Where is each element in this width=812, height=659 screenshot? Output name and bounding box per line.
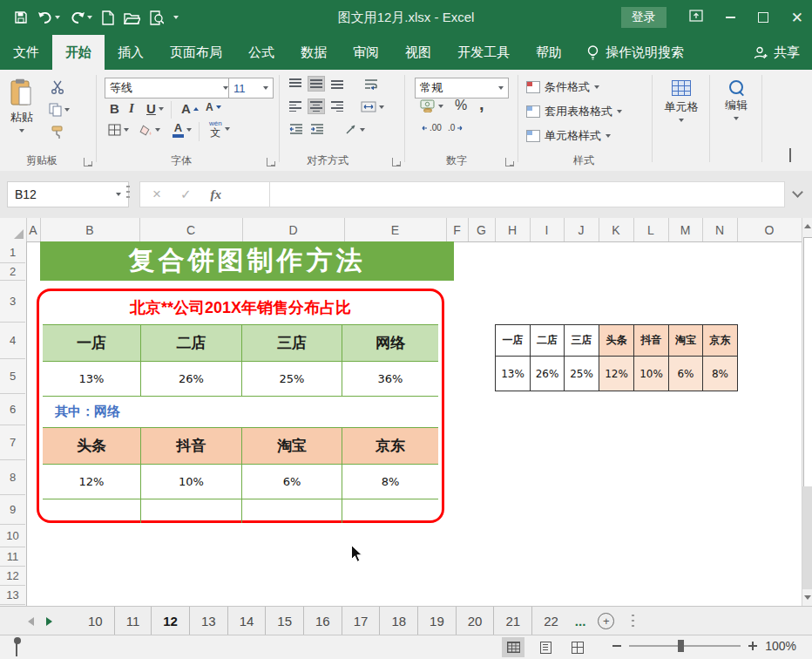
- column-header[interactable]: C: [139, 218, 243, 241]
- alignment-dialog-launcher-icon[interactable]: [392, 158, 401, 166]
- column-header[interactable]: H: [495, 218, 531, 241]
- clipboard-dialog-launcher-icon[interactable]: [84, 158, 92, 166]
- cells-button[interactable]: 单元格: [659, 80, 704, 122]
- enter-icon[interactable]: ✓: [180, 187, 192, 202]
- sheet-tabs-overflow[interactable]: ...: [570, 614, 592, 628]
- vertical-scrollbar[interactable]: [802, 218, 812, 606]
- select-all-corner[interactable]: [0, 218, 27, 241]
- table-cell[interactable]: 25%: [565, 357, 599, 391]
- ribbon-display-options-icon[interactable]: [689, 10, 703, 25]
- row-header[interactable]: 12: [0, 567, 25, 586]
- row-header[interactable]: 11: [0, 547, 25, 567]
- undo-button[interactable]: [37, 11, 60, 24]
- zoom-slider[interactable]: [629, 645, 741, 647]
- center-button[interactable]: [308, 99, 324, 113]
- vertical-scrollbar-track[interactable]: [802, 486, 812, 589]
- align-right-button[interactable]: [331, 101, 343, 112]
- sheet-tab[interactable]: 21: [493, 607, 531, 635]
- table-cell[interactable]: 京东: [342, 428, 438, 464]
- table-title[interactable]: 北京**公司201X年销售分布占比: [39, 291, 442, 324]
- row-header[interactable]: 1: [0, 241, 25, 263]
- orientation-button[interactable]: [345, 124, 365, 135]
- formula-bar-handle[interactable]: [126, 186, 130, 201]
- tab-data[interactable]: 数据: [288, 35, 340, 70]
- accounting-format-button[interactable]: [420, 99, 443, 112]
- table-cell[interactable]: 三店: [565, 325, 599, 357]
- table-cell-empty[interactable]: [140, 499, 241, 523]
- table-cell[interactable]: 13%: [43, 362, 140, 396]
- row-header[interactable]: 9: [0, 495, 25, 525]
- sheet-tab[interactable]: 20: [456, 607, 494, 635]
- row-header[interactable]: 4: [0, 323, 25, 359]
- column-header[interactable]: O: [737, 218, 802, 241]
- cells-dropdown-icon[interactable]: [679, 119, 684, 122]
- sheet-tab[interactable]: 15: [265, 607, 303, 635]
- table-cell[interactable]: 二店: [531, 325, 565, 357]
- number-dialog-launcher-icon[interactable]: [505, 158, 514, 166]
- bold-button[interactable]: B: [110, 101, 119, 116]
- column-header[interactable]: F: [446, 218, 469, 241]
- table-cell[interactable]: 抖音: [634, 325, 669, 357]
- sheet-tab[interactable]: 22: [531, 607, 570, 635]
- table-cell[interactable]: 一店: [43, 325, 140, 361]
- sheet-tab-active[interactable]: 12: [151, 607, 189, 635]
- tab-developer[interactable]: 开发工具: [444, 35, 523, 70]
- row-header[interactable]: 2: [0, 263, 25, 281]
- qat-customize-icon[interactable]: [173, 16, 179, 19]
- sheet-tab[interactable]: 16: [303, 607, 342, 635]
- sheet-tab[interactable]: 13: [189, 607, 227, 635]
- comma-style-button[interactable]: ,: [479, 94, 484, 114]
- undo-dropdown-icon[interactable]: [55, 16, 60, 19]
- table-cell[interactable]: 头条: [43, 428, 140, 464]
- tell-me-search[interactable]: 操作说明搜索: [587, 35, 684, 70]
- table-cell[interactable]: 淘宝: [669, 325, 703, 357]
- table-cell[interactable]: 头条: [599, 325, 634, 357]
- print-preview-icon[interactable]: [150, 10, 164, 25]
- shrink-font-button[interactable]: A: [206, 101, 221, 113]
- font-color-button[interactable]: A: [173, 122, 192, 138]
- column-header[interactable]: G: [468, 218, 496, 241]
- table-cell[interactable]: 二店: [140, 325, 241, 361]
- grow-font-button[interactable]: A: [181, 101, 199, 116]
- open-file-icon[interactable]: [124, 11, 140, 24]
- cut-button[interactable]: [51, 80, 64, 94]
- sheet-tab[interactable]: 14: [227, 607, 266, 635]
- editing-button[interactable]: 编辑: [716, 80, 756, 120]
- table-cell[interactable]: 6%: [669, 357, 703, 391]
- format-painter-button[interactable]: [51, 126, 64, 139]
- number-format-combobox[interactable]: 常规: [415, 78, 509, 99]
- note-cell[interactable]: 其中：网络: [43, 397, 438, 427]
- tab-view[interactable]: 视图: [392, 35, 444, 70]
- row-header[interactable]: 13: [0, 586, 25, 605]
- tab-home[interactable]: 开始: [52, 35, 105, 70]
- new-sheet-button[interactable]: +: [598, 613, 614, 629]
- redo-button[interactable]: [70, 11, 92, 24]
- table-cell[interactable]: 一店: [496, 325, 531, 357]
- new-file-icon[interactable]: [102, 10, 114, 25]
- tab-help[interactable]: 帮助: [523, 35, 575, 70]
- column-header[interactable]: N: [702, 218, 738, 241]
- share-button[interactable]: 共享: [754, 35, 800, 70]
- table-cell[interactable]: 10%: [634, 357, 669, 391]
- percent-style-button[interactable]: %: [455, 98, 467, 113]
- font-size-combobox[interactable]: 11: [228, 78, 274, 99]
- page-layout-view-button[interactable]: [534, 637, 557, 657]
- tab-insert[interactable]: 插入: [105, 35, 157, 70]
- tab-page-layout[interactable]: 页面布局: [157, 35, 235, 70]
- column-header[interactable]: D: [242, 218, 345, 241]
- page-break-view-button[interactable]: [566, 637, 589, 657]
- font-name-combobox[interactable]: 等线: [105, 78, 233, 99]
- table-cell[interactable]: 36%: [342, 362, 438, 396]
- table-cell-empty[interactable]: [43, 499, 140, 523]
- row-header[interactable]: 3: [0, 281, 25, 323]
- prev-sheet-icon[interactable]: [28, 617, 34, 626]
- table-cell[interactable]: 12%: [599, 357, 634, 391]
- decrease-indent-button[interactable]: [289, 124, 303, 134]
- table-cell[interactable]: 10%: [140, 465, 241, 499]
- zoom-out-icon[interactable]: [612, 645, 621, 647]
- table-cell[interactable]: 淘宝: [241, 428, 342, 464]
- paste-button[interactable]: 粘贴: [10, 78, 33, 132]
- column-header[interactable]: L: [633, 218, 669, 241]
- table-cell[interactable]: 三店: [241, 325, 342, 361]
- close-button[interactable]: ✕: [791, 10, 803, 25]
